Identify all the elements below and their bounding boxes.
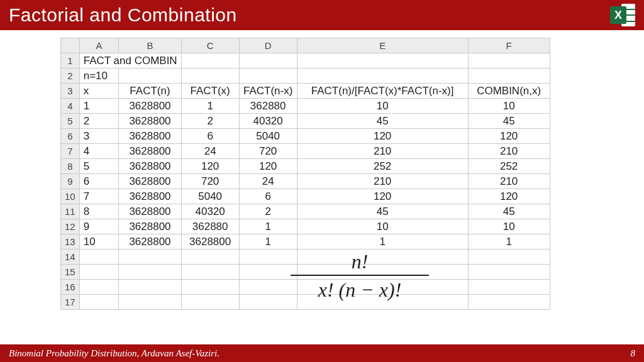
cell[interactable]: 8 bbox=[79, 204, 119, 219]
cell[interactable] bbox=[239, 295, 297, 310]
cell[interactable] bbox=[119, 69, 181, 84]
cell[interactable]: 10 bbox=[297, 219, 468, 234]
cell[interactable]: FACT(x) bbox=[181, 84, 239, 99]
cell[interactable]: 120 bbox=[297, 129, 468, 144]
cell[interactable]: 252 bbox=[468, 159, 550, 174]
cell[interactable]: 1 bbox=[239, 219, 297, 234]
cell[interactable]: 120 bbox=[297, 189, 468, 204]
row-header[interactable]: 17 bbox=[61, 295, 80, 310]
cell[interactable]: 10 bbox=[468, 219, 550, 234]
row-header[interactable]: 6 bbox=[61, 129, 80, 144]
cell[interactable]: 3628800 bbox=[119, 99, 181, 114]
cell[interactable] bbox=[119, 295, 181, 310]
cell[interactable] bbox=[468, 250, 550, 265]
cell[interactable]: 3628800 bbox=[119, 129, 181, 144]
cell[interactable]: 3628800 bbox=[119, 114, 181, 129]
cell[interactable] bbox=[181, 250, 239, 265]
cell[interactable]: 2 bbox=[79, 114, 119, 129]
col-header-A[interactable]: A bbox=[79, 38, 119, 53]
col-header-D[interactable]: D bbox=[239, 38, 297, 53]
cell[interactable]: 24 bbox=[181, 144, 239, 159]
cell[interactable]: 45 bbox=[468, 204, 550, 219]
cell[interactable]: 3628800 bbox=[181, 234, 239, 250]
cell[interactable]: 362880 bbox=[239, 99, 297, 114]
cell[interactable]: 4 bbox=[79, 144, 119, 159]
cell[interactable] bbox=[119, 280, 181, 295]
cell[interactable] bbox=[181, 69, 239, 84]
cell[interactable]: 10 bbox=[297, 99, 468, 114]
cell[interactable]: 40320 bbox=[181, 204, 239, 219]
cell[interactable]: FACT(n)/[FACT(x)*FACT(n-x)] bbox=[297, 84, 468, 99]
cell[interactable]: 6 bbox=[181, 129, 239, 144]
cell[interactable] bbox=[239, 280, 297, 295]
cell[interactable]: 45 bbox=[297, 114, 468, 129]
row-header[interactable]: 4 bbox=[61, 99, 80, 114]
cell[interactable] bbox=[181, 295, 239, 310]
row-header[interactable]: 9 bbox=[61, 174, 80, 189]
cell[interactable]: COMBIN(n,x) bbox=[468, 84, 550, 99]
cell[interactable]: 40320 bbox=[239, 114, 297, 129]
cell[interactable]: 3628800 bbox=[119, 219, 181, 234]
row-header[interactable]: 16 bbox=[61, 280, 80, 295]
cell[interactable]: FACT(n) bbox=[119, 84, 181, 99]
cell[interactable] bbox=[239, 69, 297, 84]
cell[interactable]: 3628800 bbox=[119, 144, 181, 159]
cell[interactable] bbox=[297, 53, 468, 69]
select-all-corner[interactable] bbox=[61, 38, 80, 53]
cell[interactable]: 210 bbox=[297, 174, 468, 189]
cell[interactable] bbox=[468, 295, 550, 310]
cell[interactable]: 3628800 bbox=[119, 189, 181, 204]
cell[interactable]: 720 bbox=[181, 174, 239, 189]
cell[interactable]: 45 bbox=[297, 204, 468, 219]
cell[interactable]: 120 bbox=[239, 159, 297, 174]
row-header[interactable]: 8 bbox=[61, 159, 80, 174]
cell[interactable]: 3628800 bbox=[119, 204, 181, 219]
cell[interactable]: 120 bbox=[181, 159, 239, 174]
cell[interactable]: 2 bbox=[181, 114, 239, 129]
cell[interactable] bbox=[119, 250, 181, 265]
cell[interactable]: 10 bbox=[468, 99, 550, 114]
cell[interactable]: FACT and COMBIN bbox=[79, 53, 181, 69]
cell[interactable] bbox=[239, 53, 297, 69]
cell[interactable]: 252 bbox=[297, 159, 468, 174]
cell[interactable]: FACT(n-x) bbox=[239, 84, 297, 99]
cell[interactable] bbox=[181, 53, 239, 69]
cell[interactable]: 120 bbox=[468, 189, 550, 204]
row-header[interactable]: 12 bbox=[61, 219, 80, 234]
cell[interactable]: 5 bbox=[79, 159, 119, 174]
row-header[interactable]: 11 bbox=[61, 204, 80, 219]
row-header[interactable]: 2 bbox=[61, 69, 80, 84]
cell[interactable] bbox=[239, 265, 297, 280]
row-header[interactable]: 3 bbox=[61, 84, 80, 99]
cell[interactable] bbox=[468, 53, 550, 69]
cell[interactable] bbox=[297, 69, 468, 84]
cell[interactable] bbox=[79, 265, 119, 280]
cell[interactable]: n=10 bbox=[79, 69, 119, 84]
cell[interactable]: 9 bbox=[79, 219, 119, 234]
cell[interactable]: 10 bbox=[79, 234, 119, 250]
cell[interactable]: 210 bbox=[468, 144, 550, 159]
cell[interactable] bbox=[239, 250, 297, 265]
cell[interactable]: 7 bbox=[79, 189, 119, 204]
cell[interactable] bbox=[119, 265, 181, 280]
cell[interactable]: 3628800 bbox=[119, 159, 181, 174]
cell[interactable] bbox=[468, 69, 550, 84]
col-header-C[interactable]: C bbox=[181, 38, 239, 53]
cell[interactable]: 3628800 bbox=[119, 174, 181, 189]
cell[interactable]: 210 bbox=[468, 174, 550, 189]
cell[interactable] bbox=[181, 265, 239, 280]
cell[interactable]: 6 bbox=[79, 174, 119, 189]
row-header[interactable]: 1 bbox=[61, 53, 80, 69]
cell[interactable]: 45 bbox=[468, 114, 550, 129]
col-header-B[interactable]: B bbox=[119, 38, 181, 53]
cell[interactable] bbox=[79, 295, 119, 310]
row-header[interactable]: 13 bbox=[61, 234, 80, 250]
cell[interactable]: 210 bbox=[297, 144, 468, 159]
cell[interactable]: 2 bbox=[239, 204, 297, 219]
cell[interactable]: 720 bbox=[239, 144, 297, 159]
cell[interactable]: x bbox=[79, 84, 119, 99]
cell[interactable]: 120 bbox=[468, 129, 550, 144]
cell[interactable]: 1 bbox=[79, 99, 119, 114]
cell[interactable]: 362880 bbox=[181, 219, 239, 234]
cell[interactable]: 3628800 bbox=[119, 234, 181, 250]
